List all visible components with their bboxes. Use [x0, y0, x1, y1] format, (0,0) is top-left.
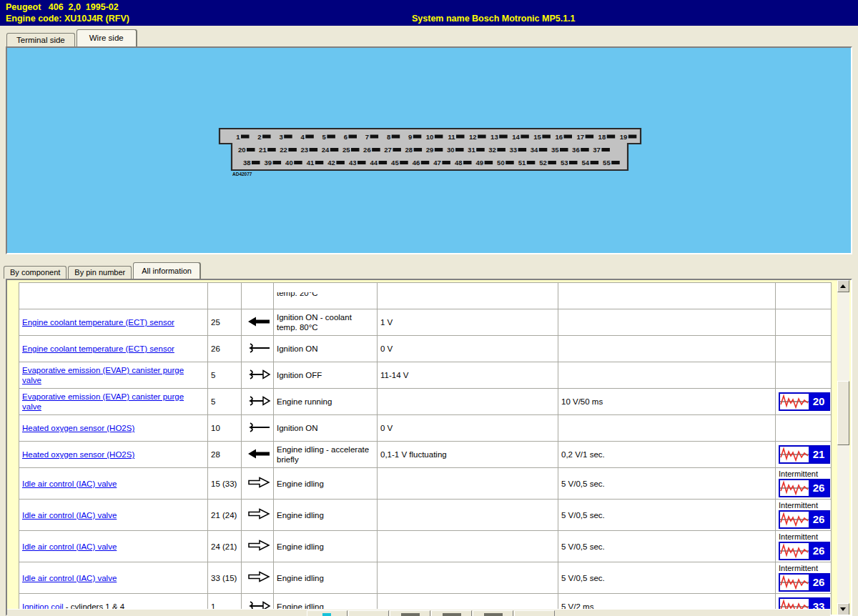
pin-label: 29: [426, 146, 434, 154]
component-link[interactable]: Heated oxygen sensor (HO2S): [22, 424, 134, 432]
value-cell: [378, 283, 558, 309]
pin-contact: [330, 148, 339, 151]
component-cell: Heated oxygen sensor (HO2S): [19, 415, 208, 442]
signal-input-arrow-icon: [245, 446, 273, 462]
component-link[interactable]: Evaporative emission (EVAP) canister pur…: [22, 392, 184, 411]
component-cell: Heated oxygen sensor (HO2S): [19, 442, 208, 468]
pinout-table: temp. 20°C Engine coolant temperature (E…: [19, 282, 832, 616]
component-link[interactable]: Engine coolant temperature (ECT) sensor: [22, 318, 174, 327]
component-cell: [19, 283, 208, 309]
scroll-up-button[interactable]: [837, 280, 849, 292]
pin-contact: [581, 148, 589, 151]
vertical-scrollbar[interactable]: [837, 280, 849, 616]
signal-output-arrow-icon: [245, 506, 273, 522]
pin-contact: [560, 148, 568, 151]
condition-cell: Ignition ON: [274, 415, 378, 442]
signal-output-arrow-icon: [245, 475, 273, 490]
condition-cell: Engine idling: [274, 531, 378, 562]
component-link[interactable]: Evaporative emission (EVAP) canister pur…: [22, 366, 184, 384]
component-link[interactable]: Idle air control (IAC) valve: [22, 542, 117, 551]
pin-label: 40: [285, 159, 293, 167]
pinout-table-body: Engine coolant temperature (ECT) sensor …: [19, 309, 832, 616]
component-link[interactable]: Idle air control (IAC) valve: [22, 480, 117, 488]
pin-contact: [372, 148, 380, 151]
pin-contact: [586, 135, 594, 139]
pin-contact: [521, 135, 529, 139]
tab-by-component[interactable]: By component: [4, 266, 66, 279]
pin-contact: [506, 161, 514, 164]
toolbar-button-top[interactable]: [348, 610, 389, 616]
component-link[interactable]: Engine coolant temperature (ECT) sensor: [22, 344, 174, 353]
pin-contact: [288, 148, 297, 151]
pin-label: 43: [349, 159, 357, 167]
title-bar: Peugeot 406 2,0 1995-02 Engine code: XU1…: [0, 0, 858, 26]
waveform-icon[interactable]: 20: [779, 392, 830, 411]
toolbar-icon-top: [401, 613, 420, 616]
scope-setting-cell: 5 V/0,5 sec.: [558, 531, 776, 562]
waveform-icon[interactable]: 21: [779, 445, 830, 464]
tab-terminal-side[interactable]: Terminal side: [6, 33, 75, 46]
waveform-cell: 21: [776, 442, 832, 468]
tab-all-information[interactable]: All information: [133, 262, 200, 279]
waveform-icon[interactable]: 26: [779, 542, 830, 560]
pin-contact: [564, 135, 573, 139]
table-row: Engine coolant temperature (ECT) sensor …: [19, 309, 832, 336]
pin-number-cell: 5: [208, 389, 242, 415]
value-cell: [378, 500, 558, 531]
signal-direction-cell: [242, 389, 274, 415]
pin-contact: [310, 148, 318, 151]
pin-label: 4: [301, 133, 305, 141]
pin-contact: [463, 161, 472, 164]
pin-contact: [527, 161, 536, 164]
toolbar-button-top[interactable]: [390, 610, 430, 616]
pin-label: 15: [533, 133, 541, 141]
pin-label: 53: [561, 159, 568, 167]
component-link[interactable]: Idle air control (IAC) valve: [22, 574, 117, 582]
oscilloscope-trace-icon: [780, 480, 809, 496]
scroll-down-button[interactable]: [837, 603, 849, 615]
pin-number-cell: 24 (21): [208, 531, 242, 562]
tab-wire-side[interactable]: Wire side: [77, 29, 137, 46]
pin-label: 30: [447, 146, 455, 154]
waveform-cell: [776, 415, 832, 442]
pin-contact: [379, 161, 388, 164]
pin-label: 55: [603, 159, 611, 167]
component-link[interactable]: Heated oxygen sensor (HO2S): [22, 450, 134, 459]
waveform-cell: Intermittent26: [776, 531, 832, 562]
pin-contact: [400, 161, 408, 164]
scrollbar-thumb[interactable]: [837, 381, 849, 445]
scope-setting-cell: 5 V/0,5 sec.: [558, 468, 776, 500]
waveform-number: 26: [809, 575, 829, 590]
component-link[interactable]: Idle air control (IAC) valve: [22, 511, 117, 520]
component-cell: Evaporative emission (EVAP) canister pur…: [19, 362, 208, 389]
scrollbar-track[interactable]: [837, 292, 849, 603]
oscilloscope-trace-icon: [780, 543, 809, 559]
pin-contact: [358, 161, 366, 164]
waveform-icon[interactable]: 26: [779, 479, 830, 497]
toolbar-button-top[interactable]: [307, 610, 347, 616]
tab-by-pin-number[interactable]: By pin number: [68, 266, 132, 279]
waveform-number: 20: [809, 394, 829, 409]
pin-contact: [241, 135, 250, 139]
toolbar-button-top[interactable]: [473, 610, 513, 616]
toolbar-button-top[interactable]: [514, 610, 555, 616]
toolbar-button-top[interactable]: [431, 610, 472, 616]
pin-contact: [548, 161, 556, 164]
pin-contact: [284, 135, 292, 139]
waveform-icon[interactable]: 26: [779, 573, 830, 592]
drawing-reference: AD42077: [232, 172, 252, 177]
intermittent-label: Intermittent: [779, 501, 828, 510]
signal-input-arrow-icon: [245, 314, 273, 329]
pin-label: 16: [555, 133, 563, 141]
condition-cell: Engine running: [274, 389, 378, 415]
value-cell: 0,1-1 V fluctuating: [378, 442, 558, 468]
pin-contact: [542, 135, 551, 139]
pin-number-cell: 5: [208, 362, 242, 389]
connector-panel: 1234567891011121314151617181920212223242…: [6, 46, 852, 254]
table-row: Evaporative emission (EVAP) canister pur…: [19, 389, 832, 415]
waveform-icon[interactable]: 26: [779, 510, 830, 529]
intermittent-label: Intermittent: [779, 532, 828, 542]
pin-contact: [601, 148, 610, 151]
table-row: Heated oxygen sensor (HO2S) 28 Engine id…: [19, 442, 832, 468]
value-cell: 11-14 V: [378, 362, 558, 389]
